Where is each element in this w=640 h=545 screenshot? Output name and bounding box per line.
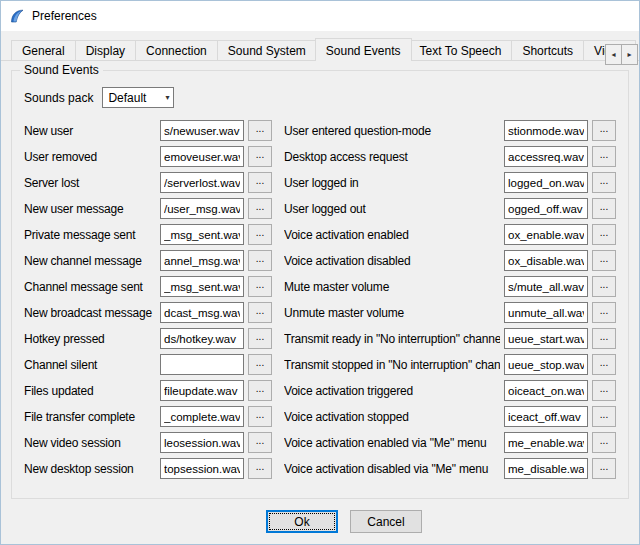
sounds-pack-row: Sounds pack Default ▾ bbox=[24, 87, 616, 108]
sound-event-label: File transfer complete bbox=[24, 410, 156, 424]
title-bar: Preferences bbox=[1, 1, 639, 31]
sound-event-label: Transmit ready in "No interruption" chan… bbox=[284, 332, 500, 346]
sound-file-input[interactable] bbox=[504, 146, 588, 167]
sound-file-input[interactable] bbox=[160, 328, 244, 349]
sounds-pack-value: Default bbox=[108, 91, 146, 105]
sound-event-label: Private message sent bbox=[24, 228, 156, 242]
tab-scroll-control: ◂ ▸ bbox=[605, 44, 638, 545]
browse-button[interactable]: ... bbox=[248, 406, 272, 427]
sound-event-label: Channel message sent bbox=[24, 280, 156, 294]
sound-event-label: Voice activation stopped bbox=[284, 410, 500, 424]
browse-button[interactable]: ... bbox=[248, 458, 272, 479]
sound-event-label: Unmute master volume bbox=[284, 306, 500, 320]
tab-shortcuts[interactable]: Shortcuts bbox=[511, 40, 584, 61]
sound-event-label: New user message bbox=[24, 202, 156, 216]
tab-scroll-left-icon[interactable]: ◂ bbox=[605, 44, 622, 65]
browse-button[interactable]: ... bbox=[248, 276, 272, 297]
browse-button[interactable]: ... bbox=[248, 302, 272, 323]
dialog-footer: Ok Cancel bbox=[1, 499, 639, 544]
sound-event-label: New broadcast message bbox=[24, 306, 156, 320]
tab-page-sound-events: Sound Events Sounds pack Default ▾ New u… bbox=[1, 61, 639, 499]
preferences-dialog: Preferences General Display Connection S… bbox=[0, 0, 640, 545]
sound-file-input[interactable] bbox=[504, 328, 588, 349]
sound-file-input[interactable] bbox=[504, 458, 588, 479]
browse-button[interactable]: ... bbox=[248, 380, 272, 401]
sounds-pack-label: Sounds pack bbox=[24, 91, 93, 105]
tab-connection[interactable]: Connection bbox=[135, 40, 218, 61]
sound-file-input[interactable] bbox=[504, 432, 588, 453]
sound-file-input[interactable] bbox=[504, 198, 588, 219]
tab-bar: General Display Connection Sound System … bbox=[1, 31, 639, 61]
sound-event-label: Voice activation enabled via "Me" menu bbox=[284, 436, 500, 450]
tab-text-to-speech[interactable]: Text To Speech bbox=[409, 40, 513, 61]
sound-event-label: User entered question-mode bbox=[284, 124, 500, 138]
sound-file-input[interactable] bbox=[504, 120, 588, 141]
sound-event-label: Desktop access request bbox=[284, 150, 500, 164]
app-icon bbox=[9, 8, 25, 24]
sound-event-label: Voice activation disabled via "Me" menu bbox=[284, 462, 500, 476]
browse-button[interactable]: ... bbox=[248, 432, 272, 453]
sound-event-label: New video session bbox=[24, 436, 156, 450]
sound-file-input[interactable] bbox=[504, 172, 588, 193]
browse-button[interactable]: ... bbox=[248, 224, 272, 245]
sound-file-input[interactable] bbox=[160, 432, 244, 453]
sound-file-input[interactable] bbox=[160, 120, 244, 141]
sound-file-input[interactable] bbox=[160, 198, 244, 219]
ok-button[interactable]: Ok bbox=[266, 510, 338, 533]
sound-events-group: Sound Events Sounds pack Default ▾ New u… bbox=[11, 70, 629, 499]
sound-file-input[interactable] bbox=[504, 250, 588, 271]
sound-events-columns: New user ... User removed ... Server los… bbox=[24, 120, 616, 479]
sound-event-label: New desktop session bbox=[24, 462, 156, 476]
browse-button[interactable]: ... bbox=[248, 328, 272, 349]
sound-event-label: Server lost bbox=[24, 176, 156, 190]
browse-button[interactable]: ... bbox=[248, 146, 272, 167]
sound-event-label: Files updated bbox=[24, 384, 156, 398]
chevron-down-icon: ▾ bbox=[165, 93, 169, 102]
sound-file-input[interactable] bbox=[160, 458, 244, 479]
sound-file-input[interactable] bbox=[160, 380, 244, 401]
sound-event-label: Voice activation triggered bbox=[284, 384, 500, 398]
sound-event-label: Mute master volume bbox=[284, 280, 500, 294]
sound-file-input[interactable] bbox=[160, 146, 244, 167]
sound-file-input[interactable] bbox=[504, 302, 588, 323]
cancel-button[interactable]: Cancel bbox=[350, 510, 422, 533]
browse-button[interactable]: ... bbox=[248, 120, 272, 141]
sound-file-input[interactable] bbox=[504, 380, 588, 401]
sound-event-label: User logged in bbox=[284, 176, 500, 190]
group-title: Sound Events bbox=[20, 63, 103, 77]
sound-file-input[interactable] bbox=[160, 406, 244, 427]
browse-button[interactable]: ... bbox=[248, 172, 272, 193]
sound-file-input[interactable] bbox=[160, 354, 244, 375]
browse-button[interactable]: ... bbox=[248, 250, 272, 271]
sound-file-input[interactable] bbox=[160, 172, 244, 193]
sound-file-input[interactable] bbox=[160, 302, 244, 323]
sound-event-label: Channel silent bbox=[24, 358, 156, 372]
tab-display[interactable]: Display bbox=[75, 40, 136, 61]
sound-event-label: User logged out bbox=[284, 202, 500, 216]
sound-file-input[interactable] bbox=[504, 354, 588, 375]
sound-event-label: User removed bbox=[24, 150, 156, 164]
sound-file-input[interactable] bbox=[160, 276, 244, 297]
browse-button[interactable]: ... bbox=[248, 198, 272, 219]
sound-file-input[interactable] bbox=[504, 406, 588, 427]
sound-event-label: Voice activation disabled bbox=[284, 254, 500, 268]
sound-event-label: New user bbox=[24, 124, 156, 138]
sound-event-label: Transmit stopped in "No interruption" ch… bbox=[284, 358, 500, 372]
sound-event-label: Hotkey pressed bbox=[24, 332, 156, 346]
tab-sound-system[interactable]: Sound System bbox=[217, 40, 317, 61]
sound-file-input[interactable] bbox=[504, 276, 588, 297]
browse-button[interactable]: ... bbox=[248, 354, 272, 375]
sound-file-input[interactable] bbox=[504, 224, 588, 245]
window-title: Preferences bbox=[32, 9, 97, 23]
tab-general[interactable]: General bbox=[11, 40, 76, 61]
sound-file-input[interactable] bbox=[160, 224, 244, 245]
sound-event-label: New channel message bbox=[24, 254, 156, 268]
sound-file-input[interactable] bbox=[160, 250, 244, 271]
tab-sound-events[interactable]: Sound Events bbox=[315, 38, 412, 61]
sounds-pack-select[interactable]: Default ▾ bbox=[102, 87, 174, 108]
sound-events-left-column: New user ... User removed ... Server los… bbox=[24, 120, 272, 479]
sound-events-right-column: User entered question-mode ... Desktop a… bbox=[284, 120, 616, 479]
sound-event-label: Voice activation enabled bbox=[284, 228, 500, 242]
tab-scroll-right-icon[interactable]: ▸ bbox=[621, 44, 638, 65]
